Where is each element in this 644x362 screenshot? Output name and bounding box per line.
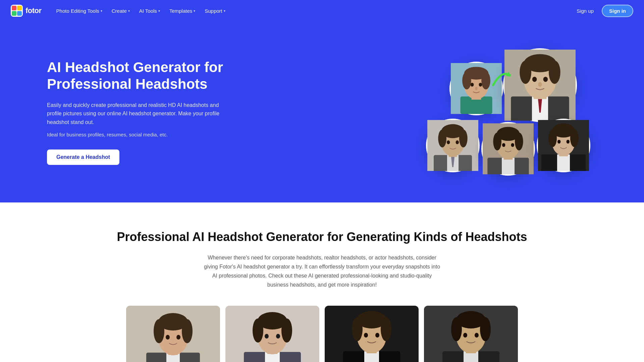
svg-point-37 bbox=[447, 140, 450, 144]
svg-point-57 bbox=[557, 140, 561, 143]
nav-items: Photo Editing Tools ▾ Create ▾ AI Tools … bbox=[52, 5, 573, 16]
nav-create-label: Create bbox=[112, 8, 127, 14]
svg-point-15 bbox=[475, 87, 478, 90]
svg-point-13 bbox=[471, 83, 474, 86]
hero-content: AI Headshot Generator for Professional H… bbox=[47, 59, 235, 165]
section2-description: Whenever there's need for corporate head… bbox=[201, 253, 443, 290]
svg-point-56 bbox=[570, 129, 579, 147]
generate-headshot-button[interactable]: Generate a Headshot bbox=[47, 149, 119, 165]
svg-point-11 bbox=[462, 72, 471, 89]
gallery-item-1 bbox=[126, 306, 220, 362]
svg-point-97 bbox=[463, 333, 467, 338]
svg-rect-3 bbox=[12, 11, 16, 16]
svg-point-77 bbox=[265, 334, 269, 339]
svg-point-46 bbox=[515, 133, 523, 150]
create-chevron-icon: ▾ bbox=[128, 9, 130, 13]
headshot-bottom-right bbox=[537, 119, 590, 172]
svg-point-24 bbox=[549, 61, 560, 84]
photo-editing-chevron-icon: ▾ bbox=[101, 9, 102, 13]
logo-icon bbox=[11, 5, 23, 17]
gallery-item-2 bbox=[225, 306, 319, 362]
hero-section: AI Headshot Generator for Professional H… bbox=[0, 21, 644, 202]
svg-point-14 bbox=[479, 83, 482, 86]
svg-point-25 bbox=[532, 77, 537, 82]
svg-point-67 bbox=[166, 335, 170, 340]
svg-point-86 bbox=[381, 317, 391, 341]
svg-point-55 bbox=[548, 129, 557, 147]
svg-point-87 bbox=[364, 333, 368, 338]
arrow-icon bbox=[491, 68, 512, 88]
svg-point-78 bbox=[276, 334, 280, 339]
svg-rect-4 bbox=[17, 11, 22, 16]
nav-support[interactable]: Support ▾ bbox=[201, 5, 229, 16]
svg-point-35 bbox=[438, 130, 446, 147]
svg-point-26 bbox=[543, 77, 548, 82]
hero-images bbox=[235, 42, 597, 182]
svg-point-66 bbox=[182, 319, 193, 343]
headshot-bottom-left bbox=[426, 119, 480, 172]
nav-photo-editing-label: Photo Editing Tools bbox=[56, 8, 99, 14]
nav-ai-tools[interactable]: AI Tools ▾ bbox=[135, 5, 164, 16]
nav-templates[interactable]: Templates ▾ bbox=[165, 5, 199, 16]
signin-button[interactable]: Sign in bbox=[602, 5, 633, 17]
nav-photo-editing[interactable]: Photo Editing Tools ▾ bbox=[52, 5, 106, 16]
svg-rect-41 bbox=[502, 158, 515, 174]
svg-point-76 bbox=[281, 318, 292, 343]
hero-subtext: Ideal for business profiles, resumes, so… bbox=[47, 132, 235, 137]
nav-actions: Sign up Sign in bbox=[573, 5, 633, 17]
svg-rect-1 bbox=[12, 6, 16, 10]
nav-support-label: Support bbox=[205, 8, 222, 14]
svg-point-23 bbox=[520, 61, 531, 84]
svg-point-85 bbox=[352, 317, 363, 341]
svg-point-88 bbox=[375, 333, 379, 338]
svg-point-65 bbox=[154, 319, 164, 343]
svg-point-47 bbox=[502, 143, 505, 147]
gallery-item-4 bbox=[424, 306, 518, 362]
svg-point-75 bbox=[253, 318, 263, 343]
svg-point-68 bbox=[176, 335, 180, 340]
templates-chevron-icon: ▾ bbox=[194, 9, 195, 13]
gallery-item-3 bbox=[325, 306, 419, 362]
svg-point-38 bbox=[456, 140, 459, 144]
svg-point-12 bbox=[481, 72, 490, 89]
hero-description: Easily and quickly create professional a… bbox=[47, 101, 235, 127]
navbar: fotor Photo Editing Tools ▾ Create ▾ AI … bbox=[0, 0, 644, 21]
svg-point-95 bbox=[451, 317, 462, 341]
svg-rect-51 bbox=[557, 155, 570, 171]
hero-title: AI Headshot Generator for Professional H… bbox=[47, 59, 235, 93]
section2: Professional AI Headshot Generator for G… bbox=[0, 202, 644, 362]
headshot-main bbox=[503, 48, 577, 122]
svg-rect-2 bbox=[17, 6, 22, 10]
gallery-row bbox=[47, 306, 597, 362]
nav-create[interactable]: Create ▾ bbox=[108, 5, 134, 16]
svg-point-36 bbox=[459, 130, 468, 147]
ai-tools-chevron-icon: ▾ bbox=[158, 9, 160, 13]
svg-point-98 bbox=[475, 333, 479, 338]
svg-point-96 bbox=[480, 317, 491, 341]
nav-templates-label: Templates bbox=[169, 8, 192, 14]
svg-point-45 bbox=[493, 133, 501, 150]
svg-point-27 bbox=[538, 82, 542, 86]
signup-button[interactable]: Sign up bbox=[573, 5, 598, 16]
nav-ai-tools-label: AI Tools bbox=[139, 8, 157, 14]
support-chevron-icon: ▾ bbox=[224, 9, 225, 13]
section2-title: Professional AI Headshot Generator for G… bbox=[47, 229, 597, 245]
svg-point-58 bbox=[567, 140, 570, 143]
svg-point-48 bbox=[511, 143, 515, 147]
headshot-bottom-mid bbox=[481, 122, 535, 176]
brand-name: fotor bbox=[25, 6, 42, 15]
logo[interactable]: fotor bbox=[11, 5, 42, 17]
